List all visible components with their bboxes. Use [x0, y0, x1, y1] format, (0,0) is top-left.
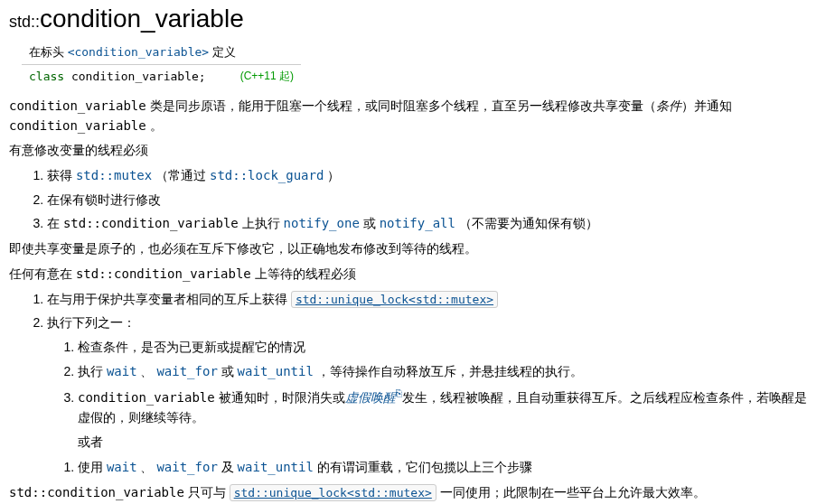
- modify-list: 获得 std::mutex （常通过 std::lock_guard ） 在保有…: [47, 166, 817, 234]
- atomic-note: 即使共享变量是原子的，也必须在互斥下修改它，以正确地发布修改到等待的线程。: [9, 239, 817, 259]
- header-prefix: 在标头: [29, 45, 68, 59]
- footer-p1: std::condition_variable 只可与 std::unique_…: [9, 483, 817, 503]
- unique-lock-box-2[interactable]: std::unique_lock<std::mutex>: [230, 484, 436, 501]
- decl-name: condition_variable: [64, 70, 199, 83]
- modify-heading: 有意修改变量的线程必须: [9, 141, 817, 161]
- decl-semi: ;: [199, 70, 206, 83]
- intro-paragraph: condition_variable 类是同步原语，能用于阻塞一个线程，或同时阻…: [9, 97, 817, 135]
- header-suffix: 定义: [209, 45, 236, 59]
- mutex-link[interactable]: std::mutex: [76, 168, 152, 182]
- wait-item-1: 在与用于保护共享变量者相同的互斥上获得 std::unique_lock<std…: [47, 290, 817, 310]
- page-title: std::condition_variable: [9, 5, 817, 33]
- title-prefix: std::: [9, 13, 40, 31]
- wait-for-link-2[interactable]: wait_for: [156, 460, 217, 474]
- since-label: (C++11 起): [240, 70, 294, 82]
- wait-sublist: 检查条件，是否为已更新或提醒它的情况 执行 wait 、 wait_for 或 …: [78, 338, 817, 427]
- wait-alt-list: 使用 wait 、 wait_for 及 wait_until 的有谓词重载，它…: [78, 458, 817, 478]
- wait-heading: 任何有意在 std::condition_variable 上等待的线程必须: [9, 265, 817, 285]
- wait-sub-1: 检查条件，是否为已更新或提醒它的情况: [78, 338, 817, 358]
- lock-guard-link[interactable]: std::lock_guard: [210, 168, 324, 182]
- intro-code-2: condition_variable: [9, 118, 146, 133]
- wait-sub-2: 执行 wait 、 wait_for 或 wait_until ，等待操作自动释…: [78, 362, 817, 382]
- modify-item-2: 在保有锁时进行修改: [47, 191, 817, 210]
- unique-lock-box-1[interactable]: std::unique_lock<std::mutex>: [291, 291, 498, 308]
- wait-alt-1: 使用 wait 、 wait_for 及 wait_until 的有谓词重载，它…: [78, 458, 817, 478]
- modify-item-1: 获得 std::mutex （常通过 std::lock_guard ）: [47, 166, 817, 186]
- wait-sub-3: condition_variable 被通知时，时限消失或虚假唤醒⎘发生，线程被…: [78, 386, 817, 427]
- modify-item-3: 在 std::condition_variable 上执行 notify_one…: [47, 214, 817, 234]
- wait-item-2: 执行下列之一：: [47, 313, 817, 333]
- notify-one-link[interactable]: notify_one: [284, 216, 360, 230]
- spurious-wakeup-link[interactable]: 虚假唤醒: [345, 390, 396, 405]
- external-link-icon: ⎘: [396, 387, 402, 398]
- title-name: condition_variable: [40, 5, 244, 33]
- intro-code-1: condition_variable: [9, 98, 146, 113]
- definition-table: 在标头 <condition_variable> 定义 class condit…: [22, 41, 301, 88]
- header-link[interactable]: <condition_variable>: [68, 45, 210, 59]
- wait-link-2[interactable]: wait: [107, 460, 137, 474]
- wait-for-link[interactable]: wait_for: [156, 364, 217, 378]
- notify-all-link[interactable]: notify_all: [380, 216, 455, 230]
- wait-link[interactable]: wait: [107, 364, 137, 378]
- wait-until-link[interactable]: wait_until: [238, 364, 314, 378]
- decl-keyword: class: [29, 70, 64, 83]
- wait-list: 在与用于保护共享变量者相同的互斥上获得 std::unique_lock<std…: [47, 290, 817, 428]
- wait-until-link-2[interactable]: wait_until: [238, 460, 314, 474]
- or-label: 或者: [78, 433, 817, 453]
